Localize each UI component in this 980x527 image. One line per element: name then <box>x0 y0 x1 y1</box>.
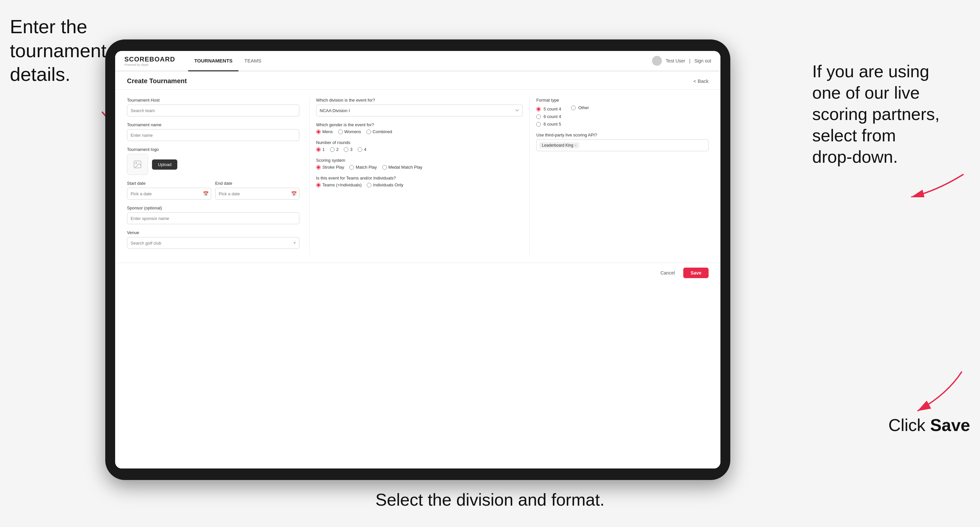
format-group: Format type 5 count 4 6 count 4 <box>536 98 709 127</box>
end-date-group: End date 📅 <box>215 181 299 200</box>
gender-womens-label: Womens <box>344 129 361 134</box>
individuals-option[interactable]: Individuals Only <box>367 183 403 187</box>
venue-input[interactable] <box>127 237 299 249</box>
form-col-mid: Which division is the event for? NCAA Di… <box>309 98 530 255</box>
teams-radio[interactable] <box>316 183 321 187</box>
rounds-2-radio[interactable] <box>330 147 334 152</box>
format-label: Format type <box>536 98 709 103</box>
scoring-medal-label: Medal Match Play <box>388 165 422 170</box>
rounds-label: Number of rounds <box>316 140 523 145</box>
save-button[interactable]: Save <box>683 268 709 278</box>
rounds-1-radio[interactable] <box>316 147 321 152</box>
start-date-input[interactable] <box>127 188 211 200</box>
scoring-medal-match[interactable]: Medal Match Play <box>382 165 422 170</box>
tablet-frame: SCOREBOARD Powered by clippit TOURNAMENT… <box>105 40 730 480</box>
division-select[interactable]: NCAA Division I <box>316 105 523 116</box>
cancel-button[interactable]: Cancel <box>655 268 680 278</box>
form-layout: Tournament Host Tournament name Tourname… <box>115 90 721 263</box>
end-date-wrap: 📅 <box>215 188 299 200</box>
main-content: Create Tournament < Back Tournament Host… <box>115 71 721 468</box>
api-tag-remove[interactable]: × <box>575 143 577 147</box>
individuals-label-text: Individuals Only <box>373 183 403 187</box>
dates-group: Start date 📅 End date 📅 <box>127 181 299 200</box>
format-other-radio[interactable] <box>571 106 576 110</box>
end-date-label: End date <box>215 181 299 186</box>
rounds-radio-group: 1 2 3 4 <box>316 147 523 152</box>
date-row: Start date 📅 End date 📅 <box>127 181 299 200</box>
page-title: Create Tournament <box>127 77 187 85</box>
gender-mens-radio[interactable] <box>316 130 321 134</box>
scoring-group: Scoring system Stroke Play Match Play <box>316 158 523 170</box>
scoring-radio-group: Stroke Play Match Play Medal Match Play <box>316 165 523 170</box>
annotation-top-left: Enter the tournament details. <box>10 15 106 86</box>
name-group: Tournament name <box>127 122 299 141</box>
format-6c4-radio[interactable] <box>536 114 541 119</box>
venue-chevron-icon: ▼ <box>293 241 297 245</box>
format-5c4-radio[interactable] <box>536 107 541 111</box>
logo-main: SCOREBOARD <box>124 56 175 63</box>
api-tag-input[interactable]: Leaderboard King × <box>536 140 709 151</box>
teams-label-text: Teams (+Individuals) <box>322 183 362 187</box>
teams-group: Is this event for Teams and/or Individua… <box>316 176 523 187</box>
format-5c4[interactable]: 5 count 4 <box>536 106 561 111</box>
scoring-medal-radio[interactable] <box>382 165 387 170</box>
scoring-label: Scoring system <box>316 158 523 163</box>
sponsor-group: Sponsor (optional) <box>127 205 299 224</box>
rounds-3-radio[interactable] <box>344 147 348 152</box>
gender-womens-radio[interactable] <box>338 130 343 134</box>
rounds-2[interactable]: 2 <box>330 147 339 152</box>
scoring-match-radio[interactable] <box>349 165 354 170</box>
rounds-3-label: 3 <box>350 147 352 152</box>
gender-combined-label: Combined <box>373 129 392 134</box>
teams-option[interactable]: Teams (+Individuals) <box>316 183 362 187</box>
start-date-group: Start date 📅 <box>127 181 211 200</box>
sponsor-input[interactable] <box>127 213 299 224</box>
format-other[interactable]: Other <box>571 105 589 110</box>
annotation-bottom-center: Select the division and format. <box>375 489 605 511</box>
scoring-match[interactable]: Match Play <box>349 165 377 170</box>
back-button[interactable]: < Back <box>694 78 709 84</box>
format-type-list: 5 count 4 6 count 4 6 count 5 <box>536 106 561 127</box>
nav-bar: SCOREBOARD Powered by clippit TOURNAMENT… <box>115 51 721 71</box>
scoring-stroke-radio[interactable] <box>316 165 321 170</box>
end-date-input[interactable] <box>215 188 299 200</box>
gender-combined-radio[interactable] <box>366 130 371 134</box>
nav-teams[interactable]: TEAMS <box>239 51 267 71</box>
teams-label: Is this event for Teams and/or Individua… <box>316 176 523 181</box>
logo-placeholder <box>127 154 148 175</box>
format-other-label: Other <box>578 105 589 110</box>
rounds-1[interactable]: 1 <box>316 147 325 152</box>
gender-womens[interactable]: Womens <box>338 129 361 134</box>
form-footer: Cancel Save <box>115 263 721 283</box>
host-input[interactable] <box>127 105 299 116</box>
rounds-4[interactable]: 4 <box>358 147 366 152</box>
avatar <box>652 56 662 66</box>
name-label: Tournament name <box>127 122 299 127</box>
page-header: Create Tournament < Back <box>115 71 721 90</box>
logo-upload-area: Upload <box>127 154 299 175</box>
individuals-radio[interactable] <box>367 183 371 187</box>
name-input[interactable] <box>127 129 299 141</box>
rounds-4-label: 4 <box>364 147 366 152</box>
annotation-save-bold: Save <box>930 416 970 435</box>
gender-label: Which gender is the event for? <box>316 122 523 127</box>
rounds-4-radio[interactable] <box>358 147 362 152</box>
gender-combined[interactable]: Combined <box>366 129 392 134</box>
format-6c5[interactable]: 6 count 5 <box>536 122 561 127</box>
nav-tournaments[interactable]: TOURNAMENTS <box>188 51 238 71</box>
sponsor-label: Sponsor (optional) <box>127 205 299 210</box>
logo-label: Tournament logo <box>127 147 299 152</box>
tablet-screen: SCOREBOARD Powered by clippit TOURNAMENT… <box>115 51 721 468</box>
rounds-3[interactable]: 3 <box>344 147 352 152</box>
division-group: Which division is the event for? NCAA Di… <box>316 98 523 116</box>
format-6c4[interactable]: 6 count 4 <box>536 114 561 119</box>
form-col-left: Tournament Host Tournament name Tourname… <box>127 98 309 255</box>
scoring-stroke[interactable]: Stroke Play <box>316 165 344 170</box>
format-6c5-radio[interactable] <box>536 122 541 127</box>
host-label: Tournament Host <box>127 98 299 103</box>
annotation-top-right: If you are using one of our live scoring… <box>812 61 970 168</box>
venue-group: Venue ▼ <box>127 230 299 249</box>
gender-mens[interactable]: Mens <box>316 129 333 134</box>
upload-button[interactable]: Upload <box>152 159 177 170</box>
nav-signout[interactable]: Sign out <box>694 58 711 63</box>
